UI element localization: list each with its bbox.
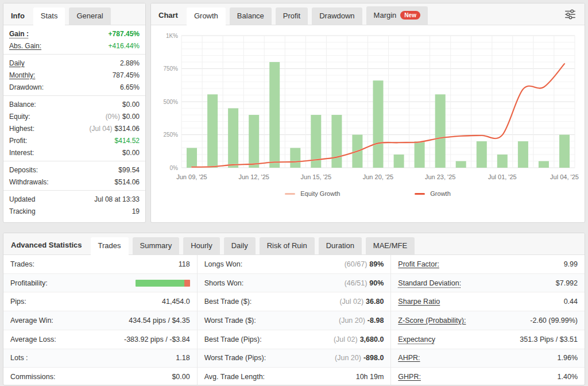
chart-bar[interactable]	[435, 94, 446, 168]
tab-profit-label: Profit	[283, 12, 300, 20]
tab-duration[interactable]: Duration	[319, 237, 362, 254]
chart-bar[interactable]	[559, 135, 570, 168]
chart-bar[interactable]	[394, 155, 404, 168]
stat-value-updated: Jul 08 at 13:33	[94, 195, 140, 203]
stat-label-profit-factor[interactable]: Profit Factor:	[398, 260, 439, 268]
legend-equity-growth[interactable]: Equity Growth	[285, 190, 340, 197]
stat-value-expectancy: 351.3 Pips / $3.51	[520, 335, 578, 343]
stat-value-sharpe-ratio: 0.44	[564, 298, 578, 306]
stat-row-ahpr: AHPR:1.96%	[391, 349, 585, 368]
stat-label-tracking: Tracking	[9, 207, 36, 215]
chart-bar[interactable]	[249, 115, 259, 168]
stat-label-drawdown: Drawdown:	[9, 83, 44, 91]
tab-trades[interactable]: Trades	[91, 237, 129, 255]
tab-summary[interactable]: Summary	[133, 237, 180, 254]
stat-label-profitability: Profitability:	[10, 279, 48, 287]
chart-bar[interactable]	[518, 141, 528, 168]
stat-label-standard-deviation[interactable]: Standard Deviation:	[398, 279, 461, 287]
stat-row-highest: Highest:(Jul 04)$314.06	[3, 122, 145, 134]
stats-column-3: Profit Factor:9.99Standard Deviation:$7.…	[390, 255, 585, 385]
stat-label-best-trade: Best Trade ($):	[204, 298, 252, 306]
stat-value-trades: 118	[179, 260, 190, 268]
stat-label-longs-won: Longs Won:	[204, 260, 242, 268]
svg-text:Jul 01, '25: Jul 01, '25	[488, 173, 517, 180]
stat-label-expectancy[interactable]: Expectancy	[398, 335, 435, 343]
stat-label-ghpr[interactable]: GHPR:	[398, 373, 421, 381]
tab-info[interactable]: Info	[8, 7, 29, 25]
stat-label-trades: Trades:	[10, 260, 34, 268]
statistics-table: Trades:118Profitability:Pips:41,454.0Ave…	[3, 255, 585, 385]
chart-settings-icon[interactable]	[564, 8, 577, 21]
legend-equity-growth-label: Equity Growth	[300, 190, 340, 197]
tab-mae-mfe[interactable]: MAE/MFE	[366, 237, 415, 254]
stat-label-ahpr[interactable]: AHPR:	[398, 354, 420, 362]
stat-row-gain: Gain :+787.45%	[3, 28, 145, 40]
stat-label-monthly[interactable]: Monthly:	[9, 71, 35, 79]
stat-row-sharpe-ratio: Sharpe Ratio0.44	[391, 292, 585, 311]
chart-bar[interactable]	[331, 115, 342, 168]
stat-row-profit: Profit:$414.52	[3, 134, 145, 146]
chart-bar[interactable]	[290, 148, 300, 168]
stat-value-highest: (Jul 04)$314.06	[90, 125, 140, 133]
stat-value-best-trade-pips: (Jul 02)3,680.0	[334, 335, 384, 343]
stat-label-z-score-probability[interactable]: Z-Score (Probability):	[398, 316, 466, 325]
stat-label-daily[interactable]: Daily	[9, 59, 25, 67]
chart-bar[interactable]	[269, 62, 280, 168]
tab-risk-of-ruin[interactable]: Risk of Ruin	[260, 237, 315, 254]
stat-row-profit-factor: Profit Factor:9.99	[391, 255, 585, 273]
stat-value-prefix: (0%)	[106, 113, 120, 121]
stat-label-lots: Lots :	[10, 354, 28, 362]
tab-growth[interactable]: Growth	[187, 7, 226, 25]
stat-label-average-loss: Average Loss:	[10, 335, 56, 343]
tab-stats[interactable]: Stats	[33, 7, 65, 25]
chart-bar[interactable]	[187, 148, 197, 168]
stat-value-ghpr: 1.40%	[558, 373, 578, 381]
tab-general[interactable]: General	[69, 7, 110, 25]
stat-label-best-trade-pips: Best Trade (Pips):	[204, 335, 262, 343]
stat-row-best-trade-pips: Best Trade (Pips):(Jul 02)3,680.0	[198, 330, 391, 349]
stat-row-worst-trade: Worst Trade ($):(Jun 20)-8.98	[198, 311, 391, 330]
stat-row-withdrawals: Withdrawals:$514.06	[3, 176, 145, 188]
stat-value-profit-factor: 9.99	[564, 260, 578, 268]
stat-label-sharpe-ratio[interactable]: Sharpe Ratio	[398, 298, 440, 306]
stat-value-deposits: $99.54	[118, 166, 140, 174]
tab-mae-mfe-label: MAE/MFE	[373, 242, 407, 249]
stat-value-drawdown: 6.65%	[120, 83, 140, 91]
stat-row-balance: Balance:$0.00	[3, 98, 145, 110]
growth-chart[interactable]: 0%250%500%750%1K%Jun 09, '25Jun 12, '25J…	[155, 28, 581, 187]
tab-growth-label: Growth	[194, 12, 218, 20]
stat-value-prefix: (Jun 20)	[335, 354, 361, 362]
stat-label-balance: Balance:	[9, 101, 36, 109]
chart-bar[interactable]	[207, 94, 218, 168]
stat-value-shorts-won: (46/51)90%	[345, 279, 384, 287]
legend-growth[interactable]: Growth	[415, 190, 450, 197]
chart-legend: Equity GrowthGrowth	[155, 190, 581, 197]
chart-bar[interactable]	[456, 161, 466, 168]
tab-balance[interactable]: Balance	[230, 7, 272, 25]
tab-profit[interactable]: Profit	[276, 7, 308, 25]
tab-drawdown[interactable]: Drawdown	[312, 7, 362, 25]
stat-label-worst-trade-pips: Worst Trade (Pips):	[204, 354, 266, 362]
tab-daily[interactable]: Daily	[224, 237, 256, 254]
stat-value-standard-deviation: $7.992	[556, 279, 578, 287]
chart-bar[interactable]	[415, 141, 425, 168]
stat-value-z-score-probability: -2.60 (99.99%)	[530, 316, 578, 325]
stat-label-gain[interactable]: Gain :	[9, 30, 29, 38]
equity-growth-swatch	[285, 193, 295, 195]
growth-swatch	[415, 193, 425, 195]
chart-bar[interactable]	[539, 161, 549, 168]
statistics-panel-title: Advanced Statistics	[8, 237, 87, 254]
stat-value-profit: $414.52	[115, 137, 140, 145]
stat-label-abs-gain[interactable]: Abs. Gain:	[9, 42, 41, 50]
stat-value-abs-gain: +416.44%	[109, 42, 140, 50]
chart-bar[interactable]	[228, 109, 238, 168]
stat-value-monthly: 787.45%	[113, 71, 140, 79]
stat-value-equity: (0%)$0.00	[106, 113, 140, 121]
chart-bar[interactable]	[373, 80, 384, 168]
chart-bar[interactable]	[497, 155, 508, 168]
chart-bar[interactable]	[477, 141, 487, 168]
chart-tabbar: Chart GrowthBalanceProfitDrawdownMarginN…	[151, 3, 585, 25]
tab-margin[interactable]: MarginNew	[366, 6, 428, 25]
tab-hourly[interactable]: Hourly	[183, 237, 220, 254]
stat-row-ghpr: GHPR:1.40%	[391, 367, 585, 385]
